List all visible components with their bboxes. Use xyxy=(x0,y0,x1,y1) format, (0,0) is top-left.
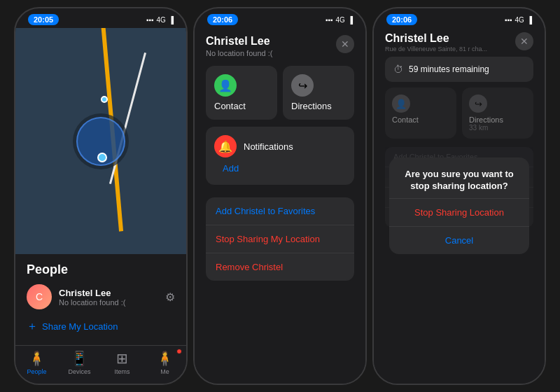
people-icon: 🧍 xyxy=(28,350,46,367)
stop-sharing-alert-button[interactable]: Stop Sharing Location xyxy=(389,198,529,226)
tab-people[interactable]: 🧍 People xyxy=(23,350,51,375)
status-bar-3: 20:06 ▪▪▪ 4G ▐ xyxy=(374,8,545,28)
status-bar-2: 20:06 ▪▪▪ 4G ▐ xyxy=(195,8,365,28)
phone3-content: Christel Lee Rue de Villeneuve Sainte, 8… xyxy=(374,28,545,384)
notif-icon: 🔔 xyxy=(214,135,237,158)
directions-icon: ↪ xyxy=(291,74,314,97)
battery-icon: ▐ xyxy=(169,16,174,24)
phone-3: 20:06 ▪▪▪ 4G ▐ Christel Lee Rue de Ville… xyxy=(372,7,546,385)
signal-icon-3: ▪▪▪ xyxy=(505,16,512,24)
action-cards: 👤 Contact ↪ Directions xyxy=(195,63,365,127)
person-info: Christel Lee No location found :( xyxy=(59,288,158,307)
directions-label: Directions xyxy=(291,101,332,111)
add-favorites-button[interactable]: Add Christel to Favorites xyxy=(206,197,354,225)
remove-christel-button[interactable]: Remove Christel xyxy=(206,253,354,281)
person-row[interactable]: C Christel Lee No location found :( ⚙ xyxy=(27,284,175,309)
add-notif-button[interactable]: Add xyxy=(214,158,346,176)
share-label: Share My Location xyxy=(42,321,118,332)
signal-icon: ▪▪▪ xyxy=(146,16,154,24)
person-name: Christel Lee xyxy=(59,288,158,298)
items-icon: ⊞ xyxy=(116,350,128,367)
detail-header: Christel Lee No location found :( ✕ xyxy=(195,28,365,63)
person-status: No location found :( xyxy=(59,298,158,307)
network-icon-3: 4G xyxy=(515,16,524,24)
status-icons-1: ▪▪▪ 4G ▐ xyxy=(146,16,174,24)
phone1-content: People C Christel Lee No location found … xyxy=(15,28,186,384)
detail-sub: No location found :( xyxy=(206,49,272,57)
cancel-alert-button[interactable]: Cancel xyxy=(389,226,529,254)
add-icon: ＋ xyxy=(27,319,38,334)
signal-icon-2: ▪▪▪ xyxy=(326,16,333,24)
people-title: People xyxy=(27,262,175,277)
map-area[interactable] xyxy=(15,28,186,254)
stop-sharing-button[interactable]: Stop Sharing My Location xyxy=(206,225,354,253)
detail-info: Christel Lee No location found :( xyxy=(206,35,272,57)
share-row[interactable]: ＋ Share My Location xyxy=(27,316,175,340)
map-pin-2 xyxy=(101,96,108,103)
contact-icon: 👤 xyxy=(214,74,237,97)
network-icon-2: 4G xyxy=(336,16,345,24)
phone2-content: Christel Lee No location found :( ✕ 👤 Co… xyxy=(195,28,365,384)
directions-card[interactable]: ↪ Directions xyxy=(283,66,354,120)
tab-devices[interactable]: 📱 Devices xyxy=(66,350,94,375)
network-icon: 4G xyxy=(157,16,166,24)
contact-card[interactable]: 👤 Contact xyxy=(206,66,277,120)
battery-icon-2: ▐ xyxy=(348,16,353,24)
notif-label: Notifications xyxy=(244,141,293,152)
battery-icon-3: ▐ xyxy=(527,16,532,24)
map-pin-1 xyxy=(97,153,107,162)
contact-label: Contact xyxy=(214,101,246,111)
close-button[interactable]: ✕ xyxy=(336,35,354,53)
status-bar-1: 20:05 ▪▪▪ 4G ▐ xyxy=(15,8,186,28)
status-icons-2: ▪▪▪ 4G ▐ xyxy=(326,16,353,24)
people-panel: People C Christel Lee No location found … xyxy=(15,254,186,345)
notifications-card: 🔔 Notifications Add xyxy=(206,127,354,185)
action-list: Add Christel to Favorites Stop Sharing M… xyxy=(206,197,354,281)
settings-icon[interactable]: ⚙ xyxy=(165,290,175,304)
status-time-2: 20:06 xyxy=(207,14,238,25)
status-time-3: 20:06 xyxy=(386,14,417,25)
alert-overlay: Are you sure you want to stop sharing lo… xyxy=(374,28,545,384)
detail-name: Christel Lee xyxy=(206,35,272,48)
tab-me[interactable]: 🧍 Me xyxy=(151,350,179,375)
tab-people-label: People xyxy=(27,368,46,375)
tab-items-label: Items xyxy=(114,368,130,375)
me-icon: 🧍 xyxy=(156,350,174,367)
me-badge xyxy=(176,349,182,354)
tab-bar: 🧍 People 📱 Devices ⊞ Items 🧍 Me xyxy=(15,345,186,384)
alert-box: Are you sure you want to stop sharing lo… xyxy=(389,158,529,254)
notif-inner: 🔔 Notifications xyxy=(214,135,346,158)
devices-icon: 📱 xyxy=(71,350,88,367)
avatar: C xyxy=(27,284,52,309)
status-icons-3: ▪▪▪ 4G ▐ xyxy=(505,16,532,24)
alert-title: Are you sure you want to stop sharing lo… xyxy=(389,158,529,198)
tab-me-label: Me xyxy=(160,368,169,375)
phone-1: 20:05 ▪▪▪ 4G ▐ People C Christel Lee No … xyxy=(14,7,188,385)
status-time-1: 20:05 xyxy=(28,14,59,25)
tab-devices-label: Devices xyxy=(68,368,90,375)
tab-items[interactable]: ⊞ Items xyxy=(108,350,136,375)
phone-2: 20:06 ▪▪▪ 4G ▐ Christel Lee No location … xyxy=(193,7,367,385)
